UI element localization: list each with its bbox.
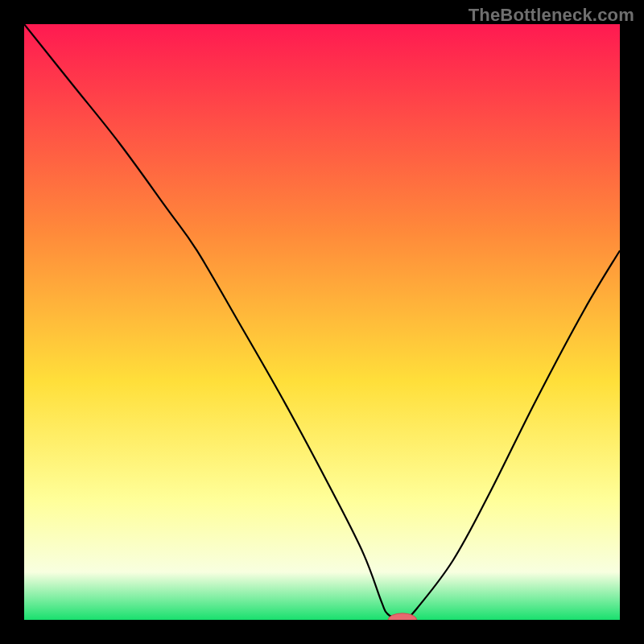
watermark-text: TheBottleneck.com bbox=[469, 5, 634, 26]
chart-frame: TheBottleneck.com bbox=[0, 0, 644, 644]
curve-layer bbox=[24, 24, 620, 620]
plot-area bbox=[24, 24, 620, 620]
bottleneck-curve bbox=[24, 24, 620, 620]
